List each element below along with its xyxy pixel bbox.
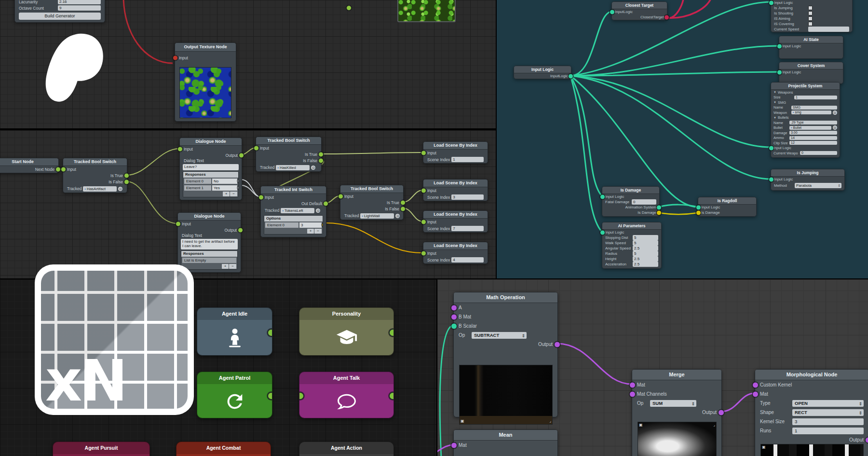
preview-expand-icon[interactable]: ⌟ [713, 423, 715, 427]
port-input[interactable] [338, 193, 343, 199]
port-output[interactable] [554, 341, 560, 347]
node-title[interactable]: Morphological Node [755, 370, 868, 380]
node-projectile-system[interactable]: Projectile System Weapons Size1 SMG Name… [771, 82, 840, 158]
port-input-logic[interactable] [777, 43, 782, 49]
dialogue-graph-panel[interactable]: Start Node Next Node Tracked Bool Switch… [0, 130, 496, 278]
node-title[interactable]: Tracked Bool Switch [340, 185, 403, 193]
node-title[interactable]: AI State [779, 36, 843, 43]
port-input[interactable] [421, 250, 426, 256]
port-input[interactable] [421, 150, 426, 155]
port-mat[interactable] [451, 442, 457, 448]
node-generator[interactable]: Lacunarity 2.16 Octave Count 9 Build Gen… [14, 0, 105, 23]
node-input-logic[interactable]: Input Logic InputLogic [514, 66, 571, 79]
node-title[interactable]: Tracked Int Switch [261, 186, 326, 194]
node-morphological[interactable]: Morphological Node Custom Kernel Mat Typ… [755, 369, 868, 456]
port[interactable] [346, 5, 352, 11]
port-input-logic-out[interactable] [568, 73, 573, 79]
runs-field[interactable]: 1 [792, 428, 864, 434]
node-title[interactable]: Load Scene By Index [423, 180, 488, 187]
vision-graph-panel[interactable]: Math Operation A B Mat B Scalar Op SUBTR… [437, 279, 868, 456]
fatal-damage-field[interactable]: 0 [632, 199, 656, 205]
port-option-0[interactable] [322, 222, 323, 228]
element-value-field[interactable]: 3 [299, 222, 322, 228]
field[interactable]: 5 [633, 251, 658, 256]
scene-index-field[interactable]: 3 [451, 194, 484, 200]
port-out[interactable] [267, 392, 272, 400]
port-mat[interactable] [629, 382, 636, 388]
port-out[interactable] [389, 329, 394, 337]
method-dropdown[interactable]: Parabola [795, 183, 841, 188]
node-agent-combat[interactable]: Agent Combat [176, 442, 271, 456]
port-input-logic[interactable] [610, 9, 615, 14]
tracked-object-field[interactable]: TokensLeft [281, 208, 314, 213]
field[interactable]: 5 [633, 240, 658, 246]
node-title[interactable]: Agent Combat [176, 442, 271, 454]
port-out-default[interactable] [323, 201, 328, 206]
field[interactable]: 2.5 [633, 246, 658, 251]
node-tracked-bool-switch[interactable]: Tracked Bool Switch Input Is True Is Fal… [63, 158, 127, 193]
port-closest-target-out[interactable] [664, 14, 669, 20]
node-math-operation[interactable]: Math Operation A B Mat B Scalar Op SUBTR… [453, 292, 558, 417]
field[interactable]: 5 [633, 235, 658, 240]
field[interactable]: 1 [794, 96, 837, 99]
node-output-texture[interactable]: Output Texture Node Input [175, 42, 236, 122]
node-is-ragdoll[interactable]: Is Ragdoll Input Logic Is Damage [698, 197, 757, 217]
object-picker-icon[interactable]: ⊙ [118, 187, 122, 191]
node-load-scene[interactable]: Load Scene By Index Input Scene Index 7 [423, 210, 488, 233]
checkbox[interactable] [808, 6, 813, 10]
node-tracked-bool-switch[interactable]: Tracked Bool Switch Input Is True Is Fal… [340, 185, 404, 220]
preview-expand-icon[interactable]: ⌟ [549, 419, 551, 423]
field[interactable]: 12 [789, 141, 837, 145]
node-title[interactable]: Load Scene By Index [423, 242, 488, 250]
port-a[interactable] [451, 304, 457, 311]
shape-dropdown[interactable]: RECT [792, 409, 864, 416]
dialog-text-field[interactable]: I need to get the artifact before I can … [181, 239, 238, 249]
checkbox[interactable] [808, 11, 813, 15]
node-title[interactable]: Is Jumping [771, 169, 844, 177]
node-title[interactable]: Dialogue Node [180, 138, 242, 146]
field[interactable]: 3.00 [789, 131, 837, 135]
node-tracked-int-switch[interactable]: Tracked Int Switch Input Out Default Tra… [260, 186, 326, 237]
node-agent-action[interactable]: Agent Action [299, 442, 394, 456]
port-is-false[interactable] [318, 158, 324, 163]
remove-element-button[interactable]: − [229, 264, 236, 269]
field[interactable]: 14 [789, 136, 837, 140]
dialog-text-field[interactable]: Leave? [183, 164, 239, 170]
port-input-logic[interactable] [769, 145, 774, 151]
port-mat-channels[interactable] [629, 391, 636, 397]
foldout-weapons[interactable]: Weapons [771, 90, 840, 95]
element-value-field[interactable]: No [212, 179, 237, 184]
node-title[interactable]: Tracked Bool Switch [63, 158, 127, 166]
port-output[interactable] [238, 227, 243, 233]
port-input[interactable] [254, 145, 259, 151]
preview-gizmo-icon[interactable]: ▣ [639, 423, 643, 427]
port-input-logic[interactable] [696, 205, 701, 210]
port-is-damage-out[interactable] [656, 210, 662, 215]
node-title[interactable]: Tracked Bool Switch [256, 137, 321, 145]
port-is-false[interactable] [124, 179, 129, 184]
node-load-scene[interactable]: Load Scene By Index Input Scene Index 3 [423, 179, 488, 201]
node-mean[interactable]: Mean Mat [453, 429, 558, 456]
kernel-size-field[interactable]: 3 [792, 418, 864, 425]
node-load-scene[interactable]: Load Scene By Index Input Scene Index 1 [423, 141, 488, 164]
ai-graph-panel[interactable]: Input Logic InputLogic Closest Target In… [497, 0, 868, 278]
node-cover-system[interactable]: Cover System Input Logic [779, 62, 843, 84]
node-ai-state[interactable]: AI State Input Logic [779, 36, 843, 59]
port-input-logic[interactable] [600, 194, 605, 199]
node-agent-patrol[interactable]: Agent Patrol [197, 372, 272, 418]
object-picker-icon[interactable]: ⊙ [395, 214, 400, 218]
node-dialogue[interactable]: Dialogue Node Input Output Dialog Text I… [177, 212, 241, 273]
node-title[interactable]: Agent Action [299, 442, 393, 454]
node-personality[interactable]: Personality [299, 307, 394, 356]
current-speed-field[interactable] [808, 27, 849, 32]
node-title[interactable]: Output Texture Node [175, 43, 236, 52]
op-dropdown[interactable]: SUM [650, 400, 696, 407]
tracked-object-field[interactable]: LightWall [360, 213, 394, 219]
port-b-mat[interactable] [451, 314, 457, 320]
port-mat[interactable] [752, 391, 759, 397]
node-title[interactable]: Mean [454, 430, 557, 441]
node-agent-talk[interactable]: Agent Talk [299, 372, 394, 418]
node-title[interactable]: Agent Idle [197, 308, 272, 320]
port-input[interactable] [421, 219, 426, 224]
port-is-false[interactable] [400, 206, 406, 211]
